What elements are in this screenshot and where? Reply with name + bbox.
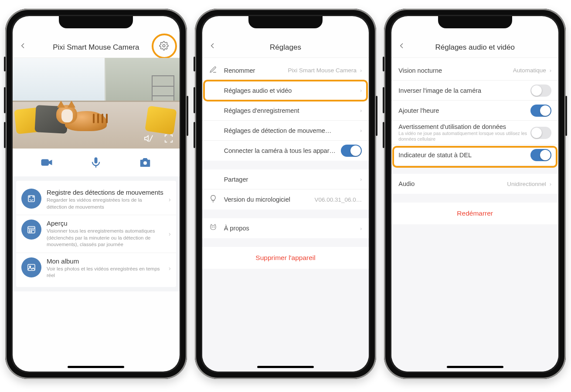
chevron-right-icon: › [169, 230, 171, 237]
svg-line-1 [150, 135, 153, 142]
restart-button[interactable]: Redémarrer [391, 203, 558, 224]
edit-icon [209, 66, 219, 75]
connect-all-toggle[interactable] [341, 145, 362, 157]
firmware-row[interactable]: Version du micrologiciel V06.00.31_06.0… [202, 189, 369, 210]
add-time-row[interactable]: Ajouter l'heure [391, 101, 558, 121]
row-sub: Regarder les vidéos enregistrées lors de… [47, 197, 163, 210]
rename-row[interactable]: Renommer Pixi Smart Mouse Camera › [202, 61, 369, 81]
mute-icon[interactable] [144, 134, 153, 143]
motion-icon [21, 189, 41, 209]
night-vision-row[interactable]: Vision nocturne Automatique › [391, 61, 558, 81]
album-icon [21, 257, 41, 277]
row-label: Ajouter l'heure [398, 107, 530, 114]
svg-point-12 [33, 230, 34, 230]
chevron-right-icon: › [360, 127, 362, 134]
data-warning-toggle[interactable] [530, 127, 551, 139]
row-label: À propos [224, 225, 357, 232]
camera-live-view[interactable] [13, 58, 180, 149]
chevron-right-icon: › [360, 107, 362, 114]
delete-label: Supprimer l'appareil [255, 254, 315, 261]
row-sub: Voir les photos et les vidéos enregistré… [47, 266, 163, 279]
row-value: Automatique [513, 67, 546, 74]
row-label: Renommer [224, 67, 285, 74]
settings-button[interactable] [157, 39, 171, 53]
phone-mockup-3: Réglages audio et vidéo Vision nocturne … [384, 9, 566, 379]
chevron-right-icon: › [360, 176, 362, 182]
delete-device-button[interactable]: Supprimer l'appareil [202, 247, 369, 269]
gear-icon [159, 41, 169, 51]
row-label: Réglages d'enregistrement [224, 107, 357, 114]
share-row[interactable]: Partager › [202, 169, 369, 189]
snapshot-button[interactable] [138, 155, 153, 170]
svg-point-10 [29, 230, 30, 230]
svg-point-14 [31, 231, 32, 232]
cat-face-icon [209, 223, 219, 233]
led-indicator-toggle[interactable] [530, 149, 551, 161]
page-title: Réglages [270, 43, 301, 52]
row-label: Indicateur de statut à DEL [398, 152, 530, 159]
svg-point-18 [214, 227, 214, 227]
row-label: Avertissement d'utilisation de données [398, 123, 530, 130]
about-row[interactable]: À propos › [202, 218, 369, 238]
svg-point-7 [33, 196, 34, 197]
fullscreen-icon[interactable] [164, 134, 173, 143]
recording-settings-row[interactable]: Réglages d'enregistrement › [202, 101, 369, 121]
data-warning-row[interactable]: Avertissement d'utilisation de données L… [391, 121, 558, 145]
chevron-right-icon: › [360, 67, 362, 74]
row-value: Unidirectionnel [507, 181, 546, 187]
flip-image-toggle[interactable] [530, 84, 551, 97]
chevron-right-icon: › [169, 196, 171, 203]
action-strip [13, 149, 180, 176]
svg-point-4 [143, 161, 147, 165]
album-row[interactable]: Mon album Voir les photos et les vidéos … [16, 253, 176, 284]
row-value: V06.00.31_06.0… [315, 196, 362, 203]
chevron-right-icon: › [360, 87, 362, 94]
page-title: Pixi Smart Mouse Camera [53, 43, 139, 52]
connect-all-row[interactable]: Connecter la caméra à tous les appar… [202, 141, 369, 161]
svg-point-0 [163, 44, 165, 47]
phone-mockup-2: Réglages Renommer Pixi Smart Mouse Camer… [195, 9, 377, 379]
back-button[interactable] [207, 41, 218, 51]
bulb-icon [209, 195, 219, 204]
calendar-icon [21, 220, 41, 240]
row-label: Réglages audio et vidéo [224, 87, 357, 94]
row-label: Version du micrologiciel [224, 196, 311, 203]
led-indicator-row[interactable]: Indicateur de statut à DEL [391, 145, 558, 165]
row-sub: La vidéo ne joue pas automatiquement lor… [398, 131, 530, 142]
flip-image-row[interactable]: Inverser l'image de la caméra [391, 81, 558, 101]
chevron-right-icon: › [550, 67, 551, 74]
chevron-right-icon: › [360, 225, 362, 232]
overview-row[interactable]: Aperçu Visionner tous les enregistrement… [16, 215, 176, 253]
chevron-right-icon: › [550, 181, 551, 187]
svg-point-11 [31, 230, 32, 230]
audio-video-settings-row[interactable]: Réglages audio et vidéo › [202, 81, 369, 101]
row-title: Mon album [47, 257, 163, 265]
svg-point-13 [29, 231, 30, 232]
back-button[interactable] [18, 41, 28, 51]
svg-point-6 [29, 196, 30, 197]
motion-log-row[interactable]: Registre des détections de mouvements Re… [16, 184, 176, 215]
motion-settings-row[interactable]: Réglages de détection de mouveme… › [202, 121, 369, 141]
row-sub: Visionner tous les enregistrements autom… [47, 228, 163, 248]
phone-mockup-1: Pixi Smart Mouse Camera [5, 9, 187, 379]
record-video-button[interactable] [39, 155, 54, 170]
svg-rect-15 [28, 264, 35, 270]
add-time-toggle[interactable] [530, 105, 551, 117]
back-button[interactable] [397, 41, 407, 51]
row-value: Pixi Smart Mouse Camera [288, 67, 357, 74]
svg-point-17 [212, 227, 212, 227]
audio-row[interactable]: Audio Unidirectionnel › [391, 174, 558, 194]
row-title: Registre des détections de mouvements [47, 189, 163, 196]
svg-rect-2 [41, 159, 49, 166]
svg-rect-3 [95, 157, 98, 163]
row-label: Réglages de détection de mouveme… [224, 127, 357, 134]
restart-label: Redémarrer [457, 210, 493, 217]
row-label: Inverser l'image de la caméra [398, 87, 530, 94]
row-label: Partager [224, 176, 357, 183]
row-title: Aperçu [47, 220, 163, 227]
row-label: Vision nocturne [398, 67, 510, 74]
row-label: Audio [398, 180, 503, 187]
page-title: Réglages audio et vidéo [435, 43, 514, 52]
row-label: Connecter la caméra à tous les appar… [224, 147, 341, 154]
microphone-button[interactable] [88, 155, 103, 170]
